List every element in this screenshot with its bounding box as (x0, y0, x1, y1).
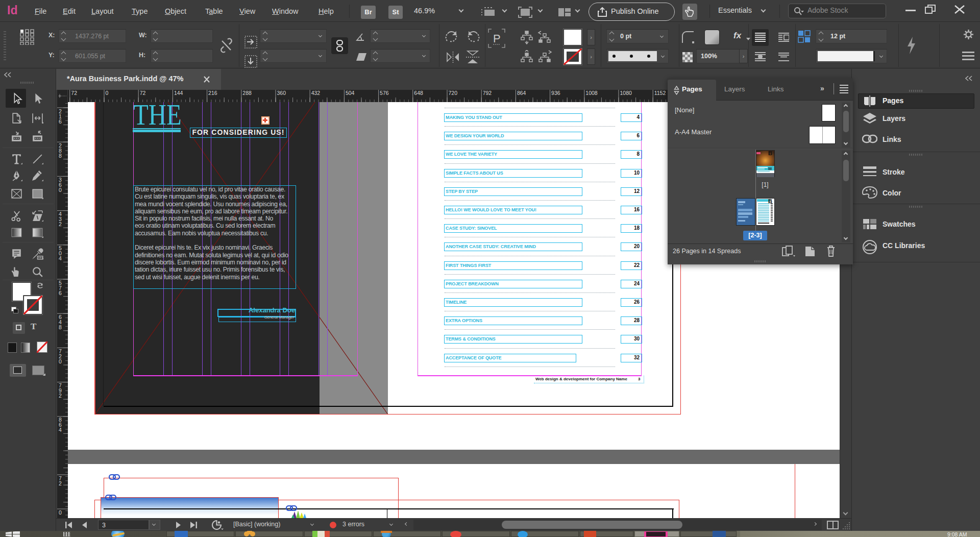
svg-text:720: 720 (449, 90, 458, 96)
svg-text:1080: 1080 (620, 90, 632, 96)
svg-text:8: 8 (59, 324, 62, 330)
svg-text:576: 576 (380, 90, 389, 96)
svg-text:4: 4 (59, 255, 62, 261)
svg-text:360: 360 (277, 90, 286, 96)
svg-text:864: 864 (517, 90, 526, 96)
svg-text:0: 0 (59, 187, 62, 193)
svg-text:6: 6 (59, 290, 62, 296)
svg-text:648: 648 (414, 90, 423, 96)
svg-text:8: 8 (59, 153, 62, 159)
svg-text:288: 288 (242, 90, 252, 96)
svg-text:1152: 1152 (654, 90, 666, 96)
svg-text:936: 936 (551, 90, 560, 96)
svg-text:4: 4 (59, 427, 62, 433)
svg-text:P: P (493, 32, 501, 45)
svg-text:0: 0 (106, 90, 109, 96)
svg-text:216: 216 (208, 90, 217, 96)
svg-text:72: 72 (140, 90, 146, 96)
svg-text:2: 2 (59, 221, 62, 227)
svg-text:0: 0 (59, 358, 62, 364)
svg-text:72: 72 (71, 90, 77, 96)
svg-text:792: 792 (483, 90, 492, 96)
svg-text:0: 0 (59, 509, 62, 516)
svg-text:1008: 1008 (585, 90, 598, 96)
svg-text:144: 144 (174, 90, 183, 96)
svg-text:504: 504 (346, 90, 355, 96)
svg-text:2: 2 (59, 480, 62, 486)
svg-text:432: 432 (311, 90, 321, 96)
svg-text:6: 6 (59, 118, 62, 125)
svg-text:2: 2 (59, 393, 62, 399)
